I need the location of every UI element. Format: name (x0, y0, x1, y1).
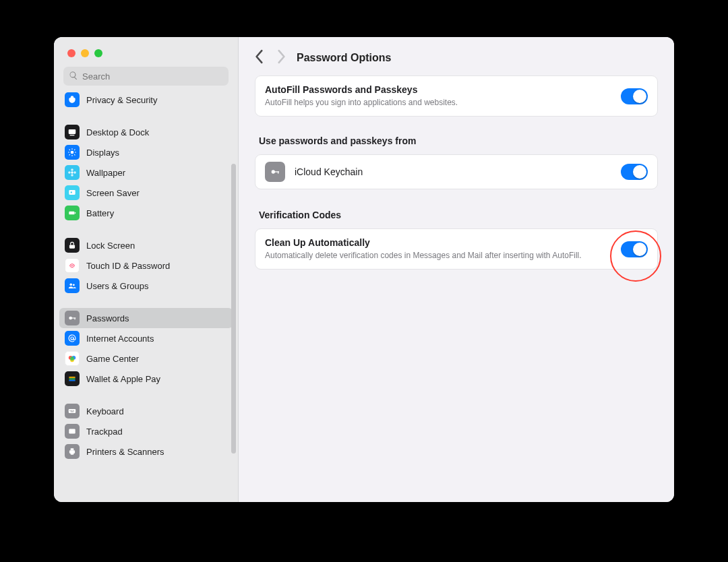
sidebar-item-label: Internet Accounts (86, 334, 154, 344)
svg-point-13 (71, 174, 73, 177)
svg-point-2 (71, 151, 74, 154)
sidebar-item-label: Passwords (86, 313, 129, 323)
back-button[interactable] (255, 49, 264, 66)
minimize-window-button[interactable] (81, 49, 89, 57)
keyboard-icon (65, 404, 80, 418)
sidebar-item-label: Touch ID & Password (86, 261, 170, 271)
svg-line-9 (69, 154, 70, 155)
sidebar-item-battery[interactable]: Battery (59, 203, 233, 223)
sidebar-item-label: Lock Screen (86, 241, 135, 251)
sidebar-item-label: Desktop & Dock (86, 127, 149, 137)
svg-point-21 (70, 284, 73, 286)
use-from-heading: Use passwords and passkeys from (259, 135, 658, 146)
svg-point-43 (272, 170, 275, 174)
svg-rect-0 (69, 129, 76, 134)
svg-rect-32 (69, 378, 75, 379)
svg-point-14 (68, 171, 71, 174)
sidebar-item-label: Wallpaper (86, 168, 125, 178)
svg-rect-41 (71, 448, 74, 450)
people-icon (65, 278, 80, 293)
game-center-icon (65, 351, 80, 366)
svg-rect-35 (70, 410, 71, 411)
search-icon (69, 71, 78, 82)
flower-icon (65, 165, 80, 180)
printer-icon (65, 444, 80, 459)
sidebar-item-wallpaper[interactable]: Wallpaper (59, 162, 233, 183)
sidebar-item-label: Screen Saver (86, 188, 140, 198)
cleanup-toggle-highlight (621, 241, 648, 257)
system-settings-window: Privacy & Security Desktop & Dock (54, 37, 674, 502)
maximize-window-button[interactable] (94, 49, 102, 57)
sidebar-item-label: Displays (86, 148, 119, 158)
at-sign-icon (65, 331, 80, 346)
sidebar-item-label: Users & Groups (86, 281, 148, 291)
key-icon (265, 162, 285, 182)
svg-rect-20 (69, 245, 75, 248)
sidebar-item-game-center[interactable]: Game Center (59, 348, 233, 369)
keychain-provider-row: iCloud Keychain (255, 154, 658, 189)
verification-codes-heading: Verification Codes (259, 210, 658, 220)
page-title: Password Options (297, 52, 391, 64)
svg-rect-39 (69, 429, 75, 434)
svg-rect-18 (69, 212, 74, 215)
sidebar-scrollbar[interactable] (231, 164, 236, 454)
sidebar-item-label: Privacy & Security (86, 95, 157, 105)
sidebar-item-label: Keyboard (86, 406, 124, 416)
close-window-button[interactable] (67, 49, 75, 57)
svg-rect-42 (71, 453, 74, 455)
sidebar-item-lock-screen[interactable]: Lock Screen (59, 235, 233, 255)
cleanup-card: Clean Up Automatically Automatically del… (255, 228, 658, 270)
sidebar-item-keyboard[interactable]: Keyboard (59, 401, 233, 421)
main-header: Password Options (239, 37, 674, 75)
sun-icon (65, 145, 80, 160)
autofill-card: AutoFill Passwords and Passkeys AutoFill… (255, 75, 658, 117)
sidebar-item-label: Printers & Scanners (86, 447, 164, 457)
sidebar-item-label: Game Center (86, 354, 139, 364)
window-controls (54, 37, 238, 57)
keychain-toggle[interactable] (621, 164, 648, 180)
cleanup-title: Clean Up Automatically (265, 237, 611, 248)
sidebar-item-displays[interactable]: Displays (59, 142, 233, 162)
svg-rect-37 (73, 410, 73, 411)
search-field[interactable] (63, 67, 229, 86)
dock-icon (65, 125, 80, 139)
sidebar-item-desktop-dock[interactable]: Desktop & Dock (59, 122, 233, 142)
svg-point-26 (71, 337, 73, 340)
main-pane: Password Options AutoFill Passwords and … (239, 37, 674, 502)
sidebar-item-wallet-apple-pay[interactable]: Wallet & Apple Pay (59, 369, 233, 389)
sidebar-item-passwords[interactable]: Passwords (59, 308, 233, 328)
svg-line-10 (74, 150, 75, 150)
sidebar-item-screen-saver[interactable]: Screen Saver (59, 183, 233, 203)
svg-point-23 (69, 317, 72, 320)
sidebar: Privacy & Security Desktop & Dock (54, 37, 239, 502)
sidebar-item-internet-accounts[interactable]: Internet Accounts (59, 328, 233, 348)
sidebar-item-label: Battery (86, 208, 114, 218)
autofill-desc: AutoFill helps you sign into application… (265, 97, 611, 108)
svg-rect-45 (278, 172, 278, 174)
screensaver-icon (65, 185, 80, 200)
svg-line-7 (69, 150, 70, 150)
trackpad-icon (65, 424, 80, 439)
sidebar-item-touch-id-password[interactable]: Touch ID & Password (59, 255, 233, 276)
svg-point-15 (73, 171, 76, 174)
cleanup-toggle[interactable] (621, 241, 648, 257)
autofill-title: AutoFill Passwords and Passkeys (265, 84, 611, 95)
nav-buttons (255, 49, 286, 66)
sidebar-item-trackpad[interactable]: Trackpad (59, 421, 233, 441)
sidebar-item-users-groups[interactable]: Users & Groups (59, 276, 233, 296)
svg-rect-1 (70, 135, 75, 135)
fingerprint-icon (65, 258, 80, 273)
sidebar-item-privacy-security[interactable]: Privacy & Security (59, 90, 233, 110)
sidebar-scroll-area[interactable]: Privacy & Security Desktop & Dock (54, 90, 238, 502)
search-input[interactable] (82, 71, 223, 82)
lock-screen-icon (65, 238, 80, 253)
forward-button[interactable] (276, 49, 286, 66)
svg-rect-33 (69, 380, 75, 381)
svg-point-12 (71, 168, 73, 171)
sidebar-item-printers-scanners[interactable]: Printers & Scanners (59, 441, 233, 462)
cleanup-desc: Automatically delete verification codes … (265, 250, 611, 261)
autofill-toggle[interactable] (621, 88, 648, 104)
hand-raised-icon (65, 92, 80, 107)
battery-icon (65, 206, 80, 220)
sidebar-item-label: Trackpad (86, 427, 123, 437)
